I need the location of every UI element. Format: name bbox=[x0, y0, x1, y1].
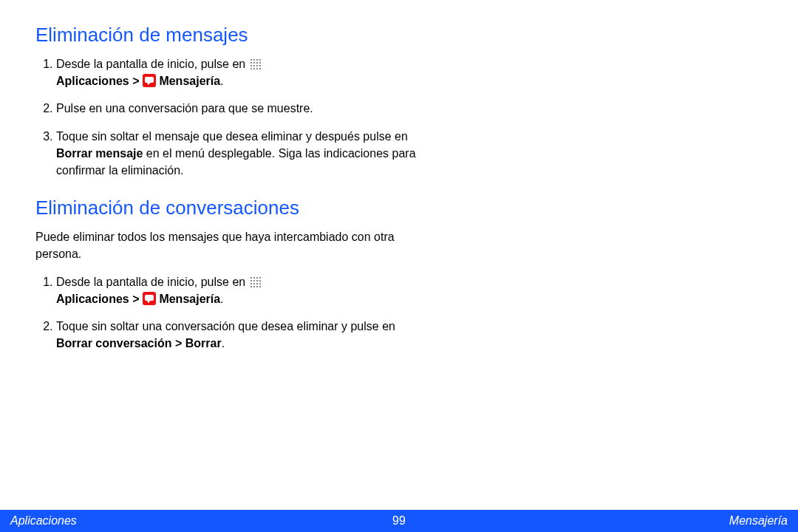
apps-grid-icon bbox=[249, 276, 261, 287]
messaging-icon bbox=[143, 292, 156, 305]
footer-right: Mensajería bbox=[729, 514, 788, 528]
list-item: Desde la pantalla de inicio, pulse en Ap… bbox=[56, 273, 423, 307]
steps-list-2: Desde la pantalla de inicio, pulse en Ap… bbox=[35, 273, 423, 352]
section-heading-2: Eliminación de conversaciones bbox=[35, 197, 423, 219]
apps-label: Aplicaciones > bbox=[56, 293, 143, 305]
step-text: Toque sin soltar una conversación que de… bbox=[56, 320, 395, 332]
footer-left: Aplicaciones bbox=[10, 514, 77, 528]
intro-paragraph: Puede eliminar todos los mensajes que ha… bbox=[35, 228, 423, 262]
step-text: Desde la pantalla de inicio, pulse en bbox=[56, 58, 249, 70]
bold-term: Borrar mensaje bbox=[56, 147, 143, 160]
messaging-label: Mensajería bbox=[156, 293, 220, 305]
step-text: Pulse en una conversación para que se mu… bbox=[56, 102, 313, 115]
list-item: Desde la pantalla de inicio, pulse en Ap… bbox=[56, 55, 423, 89]
list-item: Toque sin soltar una conversación que de… bbox=[56, 318, 423, 352]
document-page: Eliminación de mensajes Desde la pantall… bbox=[0, 0, 798, 532]
list-item: Toque sin soltar el mensaje que desea el… bbox=[56, 128, 423, 180]
apps-grid-icon bbox=[249, 58, 261, 69]
step-text: Desde la pantalla de inicio, pulse en bbox=[56, 276, 249, 288]
period: . bbox=[222, 337, 225, 349]
period: . bbox=[220, 293, 223, 305]
page-number: 99 bbox=[392, 514, 406, 528]
messaging-icon bbox=[143, 74, 156, 87]
bold-term: Borrar conversación > Borrar bbox=[56, 337, 222, 349]
section-heading-1: Eliminación de mensajes bbox=[35, 24, 423, 47]
step-text: Toque sin soltar el mensaje que desea el… bbox=[56, 130, 408, 143]
messaging-label: Mensajería bbox=[156, 75, 220, 87]
apps-label: Aplicaciones > bbox=[56, 75, 143, 87]
content-area: Eliminación de mensajes Desde la pantall… bbox=[0, 0, 458, 352]
list-item: Pulse en una conversación para que se mu… bbox=[56, 100, 423, 117]
steps-list-1: Desde la pantalla de inicio, pulse en Ap… bbox=[35, 55, 423, 179]
page-footer: Aplicaciones 99 Mensajería bbox=[0, 510, 798, 532]
period: . bbox=[220, 75, 223, 87]
